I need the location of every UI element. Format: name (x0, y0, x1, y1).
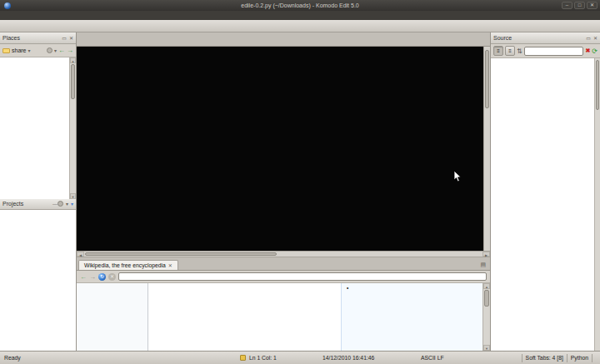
sort-icon[interactable]: ⇅ (517, 47, 522, 55)
cursor-position: Ln 1 Col: 1 (249, 355, 322, 361)
scrollbar-thumb[interactable] (596, 60, 599, 110)
pane-tab-list-icon[interactable]: ▤ (480, 262, 486, 268)
places-share-button[interactable]: share (12, 47, 27, 53)
source-header: Source ▭ ✕ (491, 32, 600, 44)
source-toolbar: ≡ ≡ ⇅ ✖ ⟳ (491, 44, 600, 58)
main-toolbar (0, 20, 600, 32)
maximize-button[interactable]: □ (574, 2, 585, 9)
syntax-status-icon (240, 355, 246, 361)
window-controls: –□✕ (562, 2, 598, 9)
browser-toolbar: ← → ↻ ✕ (77, 271, 490, 283)
main-area: Places ▭ ✕ share ▾ ▾ ← → ▲ ▼ Projects — (0, 32, 600, 351)
status-ready: Ready (4, 355, 240, 361)
window-title: edile-0.2.py (~/Downloads) - Komodo Edit… (0, 2, 600, 8)
sort-file-order-button[interactable]: ≡ (493, 46, 503, 56)
reload-icon[interactable]: ↻ (98, 273, 106, 281)
status-language[interactable]: Python (571, 355, 588, 361)
places-header: Places ▭ ✕ (0, 32, 76, 44)
chevron-down-icon[interactable]: ▾ (66, 201, 68, 207)
scroll-right-icon[interactable]: ▶ (482, 252, 490, 257)
divider (567, 354, 568, 362)
minimize-button[interactable]: – (562, 2, 572, 9)
places-panel: Places ▭ ✕ share ▾ ▾ ← → ▲ ▼ Projects — (0, 32, 77, 351)
projects-empty-area (0, 210, 76, 352)
places-back-button[interactable]: ← (58, 47, 65, 54)
scroll-up-icon[interactable]: ▲ (483, 283, 490, 289)
places-scrollbar[interactable]: ▲ ▼ (69, 57, 76, 199)
scroll-left-icon[interactable]: ◀ (77, 252, 84, 257)
wikipedia-did-you-know (148, 283, 341, 351)
divider (522, 354, 522, 362)
stop-icon[interactable]: ✕ (108, 273, 116, 281)
refresh-icon[interactable]: ⟳ (592, 47, 598, 55)
clear-filter-icon[interactable]: ✖ (585, 47, 590, 54)
browser-content: • ▲ ▼ (77, 283, 490, 351)
status-encoding[interactable]: ASCII LF (421, 355, 489, 361)
float-pane-icon[interactable]: ▭ (62, 35, 67, 41)
source-panel: Source ▭ ✕ ≡ ≡ ⇅ ✖ ⟳ (490, 32, 600, 351)
title-bar: edile-0.2.py (~/Downloads) - Komodo Edit… (0, 0, 600, 11)
editor-tab-strip (77, 32, 490, 47)
places-title: Places (2, 35, 20, 41)
places-forward-button[interactable]: → (67, 47, 73, 54)
close-pane-icon[interactable]: ✕ (69, 35, 73, 41)
status-soft-tabs[interactable]: Soft Tabs: 4 [8] (526, 355, 563, 361)
scrollbar-thumb[interactable] (485, 50, 489, 108)
chevron-down-icon[interactable]: ▾ (71, 201, 73, 207)
projects-header: Projects — ▾ ▾ (0, 199, 76, 210)
scrollbar-thumb[interactable] (484, 290, 489, 307)
editor-horizontal-scrollbar[interactable]: ◀ ▶ (77, 251, 490, 257)
editor-vertical-scrollbar[interactable] (483, 47, 490, 251)
tab-label: Wikipedia, the free encyclopedia (84, 262, 166, 268)
float-pane-icon[interactable]: ▭ (586, 35, 591, 41)
folder-icon (2, 48, 10, 53)
chevron-down-icon[interactable]: ▾ (28, 47, 31, 53)
close-button[interactable]: ✕ (587, 2, 598, 9)
scrollbar-thumb[interactable] (85, 252, 277, 256)
bottom-tab-strip: Wikipedia, the free encyclopedia ✕ ▤ (77, 257, 490, 271)
scrollbar-thumb[interactable] (71, 64, 75, 99)
browser-preview-pane: Wikipedia, the free encyclopedia ✕ ▤ ← →… (77, 257, 490, 351)
chevron-down-icon[interactable]: ▾ (54, 47, 57, 53)
status-datetime: 14/12/2010 16:41:46 (322, 355, 421, 361)
places-toolbar: share ▾ ▾ ← → (0, 44, 76, 57)
bullet-icon: • (347, 285, 348, 292)
scroll-down-icon[interactable]: ▼ (70, 193, 76, 199)
divider (592, 354, 592, 362)
browser-forward-button[interactable]: → (89, 273, 96, 281)
gear-icon[interactable] (58, 201, 63, 207)
browser-back-button[interactable]: ← (80, 273, 87, 281)
places-file-list: ▲ ▼ (0, 57, 76, 199)
source-tree (491, 58, 600, 351)
projects-title: Projects (2, 201, 23, 207)
editor-column: ◀ ▶ Wikipedia, the free encyclopedia ✕ ▤… (77, 32, 490, 351)
mouse-cursor (453, 171, 462, 182)
url-input[interactable] (118, 272, 487, 281)
code-editor[interactable] (77, 47, 490, 251)
source-scrollbar[interactable] (594, 58, 600, 351)
wikipedia-on-this-day: • (341, 283, 482, 351)
scroll-up-icon[interactable]: ▲ (70, 57, 76, 63)
sort-alpha-button[interactable]: ≡ (505, 46, 515, 56)
symbol-filter-input[interactable] (524, 47, 584, 56)
wikipedia-language-sidebar (77, 283, 148, 351)
tab-wikipedia-preview[interactable]: Wikipedia, the free encyclopedia ✕ (78, 260, 178, 270)
status-bar: Ready Ln 1 Col: 1 14/12/2010 16:41:46 AS… (0, 351, 600, 364)
close-pane-icon[interactable]: ✕ (593, 35, 598, 41)
browser-scrollbar[interactable]: ▲ ▼ (482, 283, 490, 351)
menu-bar (0, 11, 600, 20)
gear-icon[interactable] (47, 47, 52, 53)
scroll-down-icon[interactable]: ▼ (483, 345, 490, 351)
source-title: Source (493, 35, 512, 41)
close-icon[interactable]: ✕ (168, 262, 172, 268)
